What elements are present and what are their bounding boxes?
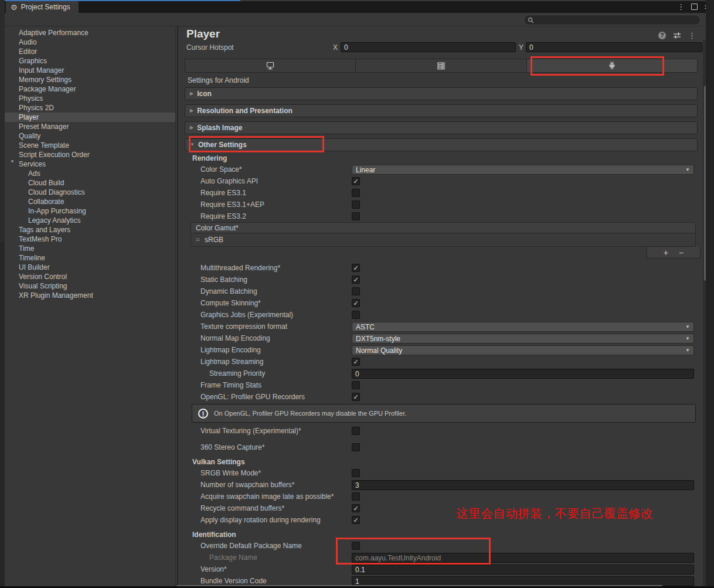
maximize-icon[interactable] bbox=[691, 4, 698, 10]
row-acquire-swapchain-late: Acquire swapchain image late as possible… bbox=[178, 491, 704, 502]
require-es32-checkbox[interactable] bbox=[352, 212, 360, 220]
dynamic-batching-checkbox[interactable] bbox=[352, 287, 360, 295]
sidebar-item-version-control[interactable]: Version Control bbox=[5, 272, 175, 281]
normal-map-encoding-dropdown[interactable]: DXT5nm-style ▼ bbox=[352, 334, 694, 344]
chevron-down-icon: ▼ bbox=[685, 167, 690, 172]
sidebar-item-input-manager[interactable]: Input Manager bbox=[5, 66, 175, 75]
sidebar-item-legacy-analytics[interactable]: Legacy Analytics bbox=[5, 216, 175, 225]
sidebar-item-xr-plugin-management[interactable]: XR Plugin Management bbox=[5, 291, 175, 300]
override-package-name-checkbox[interactable] bbox=[352, 542, 360, 550]
sidebar-item-memory-settings[interactable]: Memory Settings bbox=[5, 75, 175, 84]
foldout-expanded-icon: ▼ bbox=[190, 142, 195, 147]
sidebar-item-in-app-purchasing[interactable]: In-App Purchasing bbox=[5, 206, 175, 216]
vulkan-settings-group-title: Vulkan Settings bbox=[178, 457, 704, 467]
remove-button[interactable]: − bbox=[679, 249, 684, 257]
sidebar-item-player[interactable]: Player bbox=[5, 113, 175, 122]
sidebar-item-collaborate[interactable]: Collaborate bbox=[5, 197, 175, 206]
graphics-jobs-checkbox[interactable] bbox=[352, 311, 360, 319]
frame-timing-stats-checkbox[interactable] bbox=[352, 381, 360, 389]
settings-sidebar: Adaptive Performance Audio Editor Graphi… bbox=[5, 26, 176, 588]
hotspot-x-field[interactable] bbox=[341, 42, 516, 52]
sidebar-item-audio[interactable]: Audio bbox=[5, 38, 175, 47]
color-gamut-footer: + − bbox=[191, 247, 696, 260]
sidebar-item-physics[interactable]: Physics bbox=[5, 94, 175, 103]
section-splash-image[interactable]: ▶ Splash Image bbox=[185, 121, 698, 134]
gear-icon: ⚙ bbox=[11, 4, 18, 11]
sidebar-item-cloud-diagnostics[interactable]: Cloud Diagnostics bbox=[5, 188, 175, 197]
sidebar-item-graphics[interactable]: Graphics bbox=[5, 56, 175, 66]
sidebar-item-tags-and-layers[interactable]: Tags and Layers bbox=[5, 225, 175, 234]
row-color-space: Color Space* Linear ▼ bbox=[178, 164, 704, 175]
section-icon[interactable]: ▶ Icon bbox=[185, 87, 698, 100]
sidebar-item-ads[interactable]: Ads bbox=[5, 169, 175, 178]
sidebar-item-adaptive-performance[interactable]: Adaptive Performance bbox=[5, 28, 175, 38]
streaming-priority-field[interactable] bbox=[352, 369, 694, 379]
row-frame-timing-stats: Frame Timing Stats bbox=[178, 379, 704, 391]
window-menu-icon[interactable]: ⋮ bbox=[677, 3, 685, 11]
sidebar-item-services[interactable]: ▼Services bbox=[5, 159, 175, 169]
android-icon bbox=[607, 61, 617, 71]
apply-display-rotation-checkbox[interactable]: ✓ bbox=[352, 516, 360, 524]
y-axis-label: Y bbox=[519, 43, 523, 52]
tab-dedicated-server[interactable] bbox=[356, 59, 526, 72]
platform-tabs bbox=[185, 59, 698, 73]
sidebar-item-textmesh-pro[interactable]: TextMesh Pro bbox=[5, 234, 175, 244]
lightmap-streaming-checkbox[interactable]: ✓ bbox=[352, 358, 360, 366]
search-input[interactable] bbox=[536, 16, 696, 24]
panel-menu-icon[interactable]: ⋮ bbox=[688, 31, 696, 40]
require-es31-checkbox[interactable] bbox=[352, 189, 360, 197]
sidebar-item-ui-builder[interactable]: UI Builder bbox=[5, 263, 175, 272]
sidebar-item-timeline[interactable]: Timeline bbox=[5, 253, 175, 263]
color-space-dropdown[interactable]: Linear ▼ bbox=[352, 165, 694, 175]
require-es31aep-checkbox[interactable] bbox=[352, 200, 360, 209]
screen: ⚙ Project Settings ⋮ × Adaptive Performa… bbox=[0, 0, 714, 588]
chevron-down-icon: ▼ bbox=[685, 336, 690, 341]
opengl-warning-text: On OpenGL, Profiler GPU Recorders may di… bbox=[214, 410, 406, 417]
row-override-package-name: Override Default Package Name bbox=[178, 540, 704, 552]
opengl-recorders-checkbox[interactable]: ✓ bbox=[352, 393, 360, 401]
auto-graphics-api-checkbox[interactable]: ✓ bbox=[352, 177, 360, 185]
sidebar-item-scene-template[interactable]: Scene Template bbox=[5, 141, 175, 150]
texture-compression-dropdown[interactable]: ASTC ▼ bbox=[352, 322, 694, 332]
sidebar-item-package-manager[interactable]: Package Manager bbox=[5, 84, 175, 94]
virtual-texturing-checkbox[interactable] bbox=[352, 427, 360, 435]
sidebar-item-editor[interactable]: Editor bbox=[5, 47, 175, 56]
server-icon bbox=[437, 62, 446, 70]
stereo-capture-checkbox[interactable] bbox=[352, 443, 360, 451]
swapchain-buffers-field[interactable] bbox=[352, 480, 694, 490]
row-virtual-texturing: Virtual Texturing (Experimental)* bbox=[178, 425, 704, 437]
sidebar-item-preset-manager[interactable]: Preset Manager bbox=[5, 122, 175, 131]
help-icon[interactable]: ? bbox=[658, 32, 666, 39]
compute-skinning-checkbox[interactable]: ✓ bbox=[352, 299, 360, 307]
srgb-write-mode-checkbox[interactable] bbox=[352, 469, 360, 477]
static-batching-checkbox[interactable]: ✓ bbox=[352, 276, 360, 284]
version-field[interactable] bbox=[352, 565, 694, 575]
add-button[interactable]: + bbox=[664, 249, 668, 257]
row-lightmap-streaming: Lightmap Streaming ✓ bbox=[178, 356, 704, 368]
sidebar-item-physics-2d[interactable]: Physics 2D bbox=[5, 103, 175, 113]
tab-android[interactable] bbox=[527, 59, 697, 72]
acquire-swapchain-late-checkbox[interactable] bbox=[352, 492, 360, 501]
sidebar-item-cloud-build[interactable]: Cloud Build bbox=[5, 178, 175, 188]
recycle-command-buffers-checkbox[interactable]: ✓ bbox=[352, 504, 360, 512]
row-streaming-priority: Streaming Priority bbox=[178, 368, 704, 379]
tab-project-settings[interactable]: ⚙ Project Settings bbox=[6, 1, 79, 13]
sidebar-item-quality[interactable]: Quality bbox=[5, 131, 175, 141]
sidebar-item-script-execution-order[interactable]: Script Execution Order bbox=[5, 150, 175, 159]
row-swapchain-buffers: Number of swapchain buffers* bbox=[178, 479, 704, 491]
section-other-settings[interactable]: ▼ Other Settings bbox=[185, 138, 698, 151]
drag-handle-icon[interactable]: = bbox=[196, 236, 200, 244]
sidebar-item-visual-scripting[interactable]: Visual Scripting bbox=[5, 281, 175, 291]
section-resolution-presentation[interactable]: ▶ Resolution and Presentation bbox=[185, 104, 698, 117]
color-gamut-item-srgb[interactable]: = sRGB bbox=[191, 233, 696, 247]
tab-standalone[interactable] bbox=[185, 59, 356, 72]
window-tab-title: Project Settings bbox=[21, 3, 70, 11]
lightmap-encoding-dropdown[interactable]: Normal Quality ▼ bbox=[352, 345, 694, 355]
multithreaded-rendering-checkbox[interactable]: ✓ bbox=[352, 264, 360, 272]
annotation-text: 这里会自动拼装，不要自己覆盖修改 bbox=[456, 505, 653, 522]
hotspot-y-field[interactable] bbox=[526, 42, 702, 52]
package-name-field[interactable] bbox=[352, 553, 694, 563]
presets-icon[interactable] bbox=[673, 32, 681, 39]
search-field[interactable] bbox=[523, 15, 701, 25]
sidebar-item-time[interactable]: Time bbox=[5, 244, 175, 253]
